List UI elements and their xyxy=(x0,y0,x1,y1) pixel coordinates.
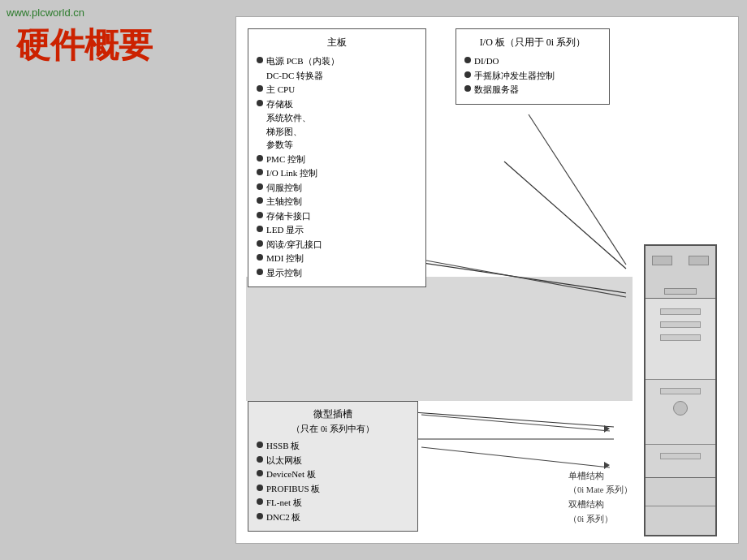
svg-line-7 xyxy=(421,447,610,467)
list-item: DeviceNet 板 xyxy=(257,467,409,481)
list-item: 数据服务器 xyxy=(464,83,601,97)
list-item: 主 CPU xyxy=(257,83,417,97)
list-item: HSSB 板 xyxy=(257,439,409,453)
svg-line-1 xyxy=(504,162,626,269)
list-item: FL-net 板 xyxy=(257,496,409,510)
bullet-icon xyxy=(257,442,263,448)
list-item: 伺服控制 xyxy=(257,181,417,195)
list-item: 以太网板 xyxy=(257,454,409,467)
bottom-labels: 单槽结构 （0i Mate 系列） 双槽结构 （0i 系列） xyxy=(568,469,633,527)
bullet-icon xyxy=(464,71,471,78)
list-item: 手摇脉冲发生器控制 xyxy=(464,69,601,83)
bullet-icon xyxy=(464,57,471,63)
list-item: PMC 控制 xyxy=(257,153,417,166)
cabinet-diagram xyxy=(633,244,727,536)
bullet-icon xyxy=(257,155,263,162)
bullet-icon xyxy=(257,57,263,63)
list-item: 电源 PCB（内装） xyxy=(257,54,417,68)
bullet-icon xyxy=(257,212,263,218)
list-item: I/O Link 控制 xyxy=(257,166,417,180)
bullet-icon xyxy=(257,183,263,190)
list-item: DC-DC 转换器 xyxy=(266,69,417,83)
bullet-icon xyxy=(257,240,263,247)
bullet-icon xyxy=(257,470,263,476)
bullet-icon xyxy=(257,498,263,505)
label-single-slot: 单槽结构 xyxy=(568,469,633,484)
list-item: 显示控制 xyxy=(257,266,417,280)
page-title: 硬件概要 xyxy=(16,23,153,68)
label-double-slot-desc: （0i 系列） xyxy=(568,512,633,527)
io-box: I/O 板（只用于 0i 系列） DI/DO 手摇脉冲发生器控制 数据服务器 xyxy=(456,28,610,105)
label-double-slot: 双槽结构 xyxy=(568,498,633,512)
svg-marker-8 xyxy=(604,425,610,433)
gray-background xyxy=(246,277,633,401)
bullet-icon xyxy=(257,100,263,106)
svg-line-2 xyxy=(413,412,614,427)
io-title: I/O 板（只用于 0i 系列） xyxy=(464,36,601,50)
bullet-icon xyxy=(257,85,263,92)
micro-subtitle: （只在 0i 系列中有） xyxy=(257,424,409,435)
list-item: 存储板 xyxy=(257,97,417,111)
bullet-icon xyxy=(257,254,263,261)
watermark: www.plcworld.cn xyxy=(6,6,84,19)
list-item: 阅读/穿孔接口 xyxy=(257,238,417,252)
bullet-icon xyxy=(257,197,263,204)
list-item: LED 显示 xyxy=(257,223,417,237)
label-single-slot-desc: （0i Mate 系列） xyxy=(568,483,633,498)
list-item: DNC2 板 xyxy=(257,510,409,524)
list-item: MDI 控制 xyxy=(257,252,417,265)
bullet-icon xyxy=(257,226,263,232)
main-content: 主板 电源 PCB（内装） DC-DC 转换器 主 CPU 存储板 系统软件、 … xyxy=(235,16,739,544)
list-item: 系统软件、 xyxy=(266,111,417,125)
mainboard-box: 主板 电源 PCB（内装） DC-DC 转换器 主 CPU 存储板 系统软件、 … xyxy=(248,28,426,287)
bullet-icon xyxy=(257,269,263,275)
list-item: 主轴控制 xyxy=(257,195,417,209)
bullet-icon xyxy=(464,85,471,92)
bullet-icon xyxy=(257,513,263,519)
bullet-icon xyxy=(257,456,263,463)
bullet-icon xyxy=(257,169,263,175)
mainboard-title: 主板 xyxy=(257,36,417,50)
list-item: DI/DO xyxy=(464,54,601,68)
svg-line-5 xyxy=(529,114,626,265)
list-item: 参数等 xyxy=(266,138,417,152)
micro-title: 微型插槽 xyxy=(257,408,409,420)
list-item: 存储卡接口 xyxy=(257,209,417,223)
list-item: PROFIBUS 板 xyxy=(257,482,409,496)
svg-line-6 xyxy=(421,415,610,431)
list-item: 梯形图、 xyxy=(266,125,417,139)
bullet-icon xyxy=(257,485,263,491)
micro-box: 微型插槽 （只在 0i 系列中有） HSSB 板 以太网板 DeviceNet … xyxy=(248,401,418,532)
